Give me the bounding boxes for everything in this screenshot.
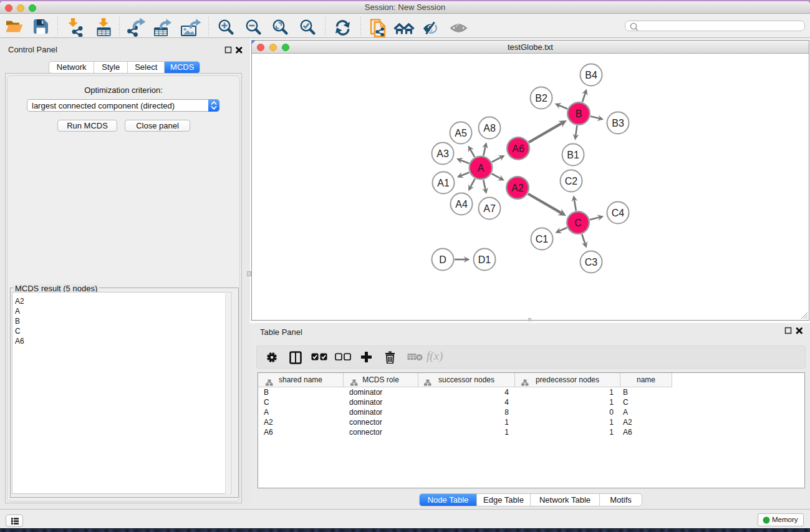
svg-text:A5: A5	[455, 128, 467, 138]
svg-text:A: A	[478, 163, 485, 173]
svg-text:B1: B1	[567, 150, 579, 160]
svg-text:A6: A6	[512, 143, 524, 154]
svg-text:B4: B4	[585, 70, 597, 80]
svg-text:A2: A2	[511, 183, 524, 193]
svg-text:C4: C4	[612, 208, 625, 218]
svg-text:B: B	[576, 109, 582, 119]
svg-text:C2: C2	[565, 176, 578, 186]
svg-text:C: C	[574, 218, 582, 228]
svg-text:A3: A3	[436, 148, 449, 159]
svg-text:A4: A4	[455, 199, 468, 210]
svg-text:C3: C3	[585, 257, 598, 268]
svg-text:A8: A8	[483, 123, 496, 133]
svg-text:A7: A7	[483, 203, 496, 214]
svg-text:B2: B2	[535, 93, 547, 104]
svg-text:D: D	[439, 254, 446, 265]
svg-text:D1: D1	[478, 254, 491, 265]
svg-text:B3: B3	[612, 118, 624, 128]
svg-text:A1: A1	[437, 178, 450, 188]
svg-text:C1: C1	[536, 234, 549, 244]
